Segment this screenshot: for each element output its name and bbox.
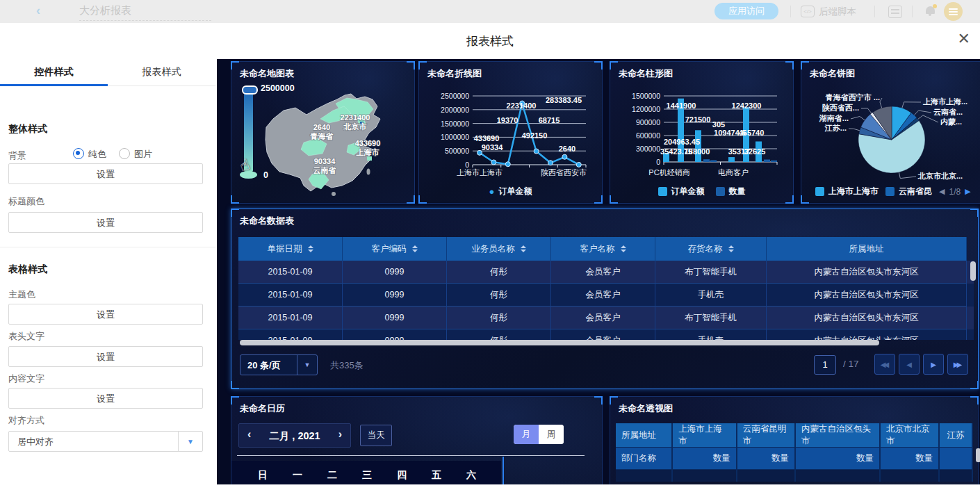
contact-card-icon[interactable] <box>888 6 902 18</box>
bar-chart-legend: 订单金额 数量 <box>610 186 793 197</box>
top-bar: ‹ 大分析报表 应用访问 </> 后端脚本 <box>0 0 980 24</box>
weekday-label: 四 <box>384 461 419 484</box>
next-page-button[interactable]: ▶ <box>923 354 944 375</box>
column-header[interactable]: 所属地址 <box>767 237 967 261</box>
map-legend-max: 2500000 <box>261 83 295 93</box>
vertical-scrollbar[interactable] <box>970 261 976 281</box>
china-map[interactable]: 2231400北京市2640青海省433690上海市90334云南省 <box>231 80 414 202</box>
legend-item-shanghai[interactable]: 上海市上海市 <box>815 186 879 197</box>
table-cell: 2015-01-09 <box>238 261 343 284</box>
page-number-input[interactable]: 1 <box>814 355 836 375</box>
title-color-set-button[interactable]: 设置 <box>8 212 203 233</box>
report-name[interactable]: 大分析报表 <box>79 4 211 21</box>
svg-text:青海省西宁市 ...: 青海省西宁市 ... <box>825 93 880 101</box>
svg-text:2640: 2640 <box>559 145 575 153</box>
prev-page-button[interactable]: ◀ <box>899 354 920 375</box>
pivot-cell <box>737 469 796 482</box>
table-row[interactable]: 2015-01-090999何彤会员客户布丁智能手机内蒙古自治区包头市东河区 <box>238 261 974 284</box>
weekday-label: 日 <box>245 461 280 484</box>
calendar-month-label: 二月 , 2021 <box>239 430 350 443</box>
modal-title: 报表样式 <box>0 33 980 49</box>
divider <box>912 6 913 17</box>
pivot-data-row <box>616 469 973 482</box>
pivot-cell: 北京市北京市 <box>881 423 940 447</box>
svg-text:19370: 19370 <box>497 116 518 124</box>
corner-decoration <box>970 396 979 405</box>
pivot-cell: 所属地址 <box>616 423 673 447</box>
radio-selected-icon <box>73 148 84 159</box>
map-chart-title: 未命名地图表 <box>240 67 294 80</box>
column-header[interactable]: 存货名称 <box>655 237 767 261</box>
pie-chart-panel[interactable]: 未命名饼图 上海市上海...云南省...内蒙...北京市北京...江苏...湖南… <box>801 61 980 204</box>
table-row[interactable]: 2015-01-090999何彤会员客户手机壳内蒙古自治区包头市东河区 <box>238 329 974 340</box>
vertical-scrollbar[interactable] <box>976 448 980 462</box>
svg-text:1000000: 1000000 <box>441 133 469 141</box>
horizontal-scrollbar[interactable] <box>240 340 879 345</box>
calendar-panel[interactable]: 未命名日历 ‹ 二月 , 2021 › 当天 月 周 日一二三四五六 <box>231 396 603 484</box>
pivot-table-panel[interactable]: 未命名透视图 所属地址上海市上海市云南省昆明市内蒙古自治区包头市北京市北京市江苏… <box>610 396 979 484</box>
pivot-cell: 上海市上海市 <box>673 423 737 447</box>
legend-item-order-amount[interactable]: ● 订单金额 <box>489 186 532 197</box>
tab-report-style[interactable]: 报表样式 <box>108 59 215 85</box>
align-select[interactable]: 居中对齐 ▼ <box>8 431 203 452</box>
content-text-set-button[interactable]: 设置 <box>8 388 203 409</box>
table-row[interactable]: 2015-01-090999何彤会员客户布丁智能手机内蒙古自治区包头市东河区 <box>238 307 974 329</box>
table-cell: 会员客户 <box>551 284 655 307</box>
column-header[interactable]: 单据日期 <box>238 237 343 261</box>
table-cell: 何彤 <box>447 329 551 340</box>
pager-next-icon[interactable]: ▶ <box>965 187 970 196</box>
corner-decoration <box>785 61 794 70</box>
tab-control-style[interactable]: 控件样式 <box>0 59 108 85</box>
theme-color-set-button[interactable]: 设置 <box>8 304 203 325</box>
table-footer: 20 条/页 ▼ 共335条 1 / 17 ◀◀ ◀ ▶ ▶▶ <box>231 352 978 379</box>
week-view-button[interactable]: 周 <box>539 425 564 444</box>
svg-text:2231400: 2231400 <box>341 113 370 122</box>
table-row[interactable]: 2015-01-090999何彤会员客户手机壳内蒙古自治区包头市东河区 <box>238 284 974 307</box>
sort-icon[interactable] <box>521 245 526 252</box>
backend-script-button[interactable]: 后端脚本 <box>819 6 856 18</box>
table-cell: 2015-01-09 <box>238 329 343 340</box>
weekday-header: 日一二三四五六 <box>231 461 501 484</box>
sort-icon[interactable] <box>412 245 418 252</box>
avatar[interactable] <box>944 2 963 21</box>
page-size-select[interactable]: 20 条/页 ▼ <box>240 354 318 375</box>
legend-item-yunnan[interactable]: 云南省昆 <box>885 186 932 197</box>
style-sidebar: 控件样式 报表样式 整体样式 背景 纯色 图片 设置 标题颜色 设置 表格样式 … <box>0 59 217 490</box>
svg-text:云南省...: 云南省... <box>933 108 963 116</box>
radio-solid-color[interactable]: 纯色 <box>73 148 106 161</box>
back-chevron-icon[interactable]: ‹ <box>36 3 40 18</box>
weekday-label: 三 <box>350 461 384 484</box>
sort-icon[interactable] <box>308 245 313 252</box>
legend-swatch-icon <box>716 187 725 196</box>
svg-text:上海市: 上海市 <box>356 148 379 156</box>
column-header[interactable]: 客户编码 <box>343 237 447 261</box>
header-text-set-button[interactable]: 设置 <box>8 346 203 367</box>
svg-text:北京市: 北京市 <box>343 122 367 131</box>
close-icon[interactable]: ✕ <box>958 31 970 47</box>
month-view-button[interactable]: 月 <box>514 425 539 444</box>
legend-item-order-amount[interactable]: 订单金额 <box>658 186 705 197</box>
legend-item-quantity[interactable]: 数量 <box>716 186 746 197</box>
map-chart-panel[interactable]: 未命名地图表 ☝ 2500000 0 <box>231 61 415 204</box>
line-chart-panel[interactable]: 未命名折线图 250000020000001500000100000050000… <box>418 61 603 204</box>
radio-image[interactable]: 图片 <box>119 148 152 161</box>
pager-page-indicator: 1/8 <box>949 187 961 197</box>
map-slider-handle[interactable] <box>242 85 258 95</box>
bar-chart-panel[interactable]: 未命名柱形图 150000012000009000006000003000000… <box>610 61 794 204</box>
table-cell: 会员客户 <box>551 329 655 340</box>
pivot-cell: 数量 <box>737 447 796 469</box>
sort-icon[interactable] <box>728 245 734 252</box>
app-access-button[interactable]: 应用访问 <box>714 3 778 19</box>
sort-icon[interactable] <box>621 245 626 252</box>
column-header[interactable]: 业务员名称 <box>447 237 551 261</box>
pager-prev-icon[interactable]: ◀ <box>939 187 945 196</box>
background-set-button[interactable]: 设置 <box>8 163 203 184</box>
table-header-row: 单据日期客户编码业务员名称客户名称存货名称所属地址 <box>238 237 974 261</box>
data-table-panel[interactable]: 未命名数据表 单据日期客户编码业务员名称客户名称存货名称所属地址 2015-01… <box>231 209 979 389</box>
today-button[interactable]: 当天 <box>360 425 392 446</box>
next-month-icon[interactable]: › <box>338 428 342 441</box>
theme-color-label: 主题色 <box>8 288 35 301</box>
last-page-button[interactable]: ▶▶ <box>947 354 968 375</box>
column-header[interactable]: 客户名称 <box>551 237 655 261</box>
first-page-button[interactable]: ◀◀ <box>874 354 895 375</box>
